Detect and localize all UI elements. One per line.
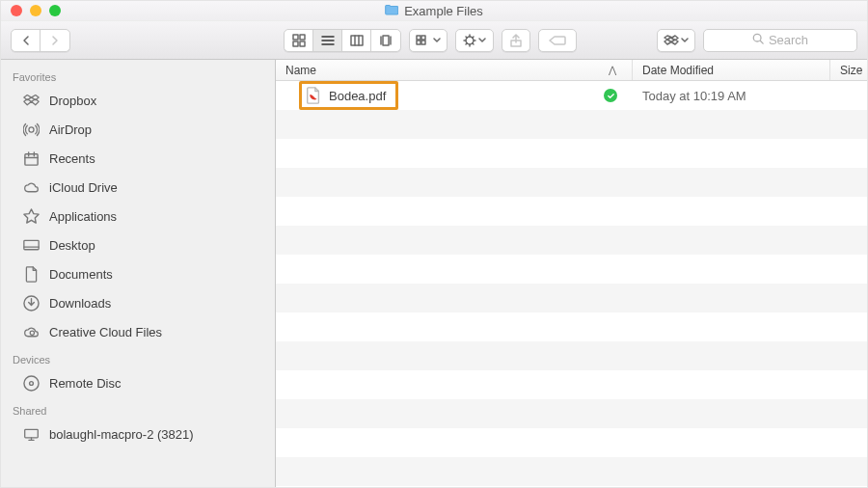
search-icon (752, 33, 764, 47)
creative-cloud-icon (22, 324, 40, 340)
column-header-size-label: Size (840, 64, 862, 77)
pdf-file-icon (306, 87, 321, 104)
svg-rect-20 (24, 429, 38, 438)
cloud-icon (22, 179, 40, 196)
empty-row (276, 110, 867, 139)
sidebar-item-label: Desktop (49, 238, 95, 253)
file-size (830, 81, 867, 110)
sidebar-section-shared: Shared (1, 397, 275, 420)
folder-icon (385, 4, 398, 18)
action-button[interactable] (455, 29, 494, 52)
sidebar-item-label: Recents (49, 151, 95, 166)
sidebar-item-icloud[interactable]: iCloud Drive (1, 173, 275, 202)
view-list-button[interactable] (313, 30, 342, 51)
sidebar-item-label: Documents (49, 267, 113, 282)
empty-row (276, 399, 867, 428)
empty-row (276, 341, 867, 370)
sidebar-item-label: AirDrop (49, 122, 92, 137)
svg-point-19 (29, 381, 33, 385)
svg-rect-7 (421, 36, 425, 40)
svg-rect-4 (351, 36, 363, 45)
sidebar-section-devices: Devices (1, 346, 275, 368)
sidebar-item-label: bolaughl-macpro-2 (3821) (49, 427, 194, 442)
column-header-name[interactable]: Name ⋀ (276, 60, 633, 80)
sidebar-section-favorites: Favorites (1, 64, 275, 86)
sidebar-item-remote-disc[interactable]: Remote Disc (1, 368, 275, 397)
empty-row (276, 197, 867, 226)
column-headers: Name ⋀ Date Modified Size (276, 60, 867, 81)
svg-rect-5 (383, 36, 389, 45)
sidebar-item-recents[interactable]: Recents (1, 144, 275, 173)
desktop-icon (22, 237, 40, 254)
sidebar-item-documents[interactable]: Documents (1, 259, 275, 288)
file-row[interactable]: Bodea.pdf Today at 10:19 AM (276, 81, 867, 110)
empty-row (276, 168, 867, 197)
documents-icon (22, 266, 40, 283)
computer-icon (22, 426, 40, 443)
main-split: Favorites Dropbox AirDrop Recents iCloud… (1, 60, 867, 487)
titlebar: Example Files (1, 1, 867, 21)
tutorial-highlight: Bodea.pdf (299, 81, 398, 110)
empty-row (276, 457, 867, 486)
file-pane: Name ⋀ Date Modified Size Bodea.pdf (276, 60, 867, 487)
sidebar-item-downloads[interactable]: Downloads (1, 288, 275, 317)
tags-button[interactable] (538, 29, 577, 52)
search-placeholder: Search (769, 33, 808, 47)
empty-row (276, 255, 867, 284)
svg-rect-3 (300, 41, 305, 46)
nav-buttons (11, 29, 70, 52)
forward-button[interactable] (41, 30, 69, 51)
empty-row (276, 284, 867, 312)
arrange-button[interactable] (409, 29, 448, 52)
view-icon-button[interactable] (285, 30, 313, 51)
sidebar-item-applications[interactable]: Applications (1, 202, 275, 230)
sidebar-item-label: Applications (49, 209, 117, 224)
sidebar-item-label: Creative Cloud Files (49, 325, 162, 339)
svg-point-13 (28, 126, 33, 131)
applications-icon (22, 208, 40, 225)
svg-point-17 (30, 331, 34, 335)
empty-row (276, 226, 867, 255)
sidebar-item-airdrop[interactable]: AirDrop (1, 115, 275, 144)
column-header-date-label: Date Modified (642, 64, 714, 77)
svg-rect-2 (293, 41, 298, 46)
svg-rect-8 (417, 41, 420, 44)
sidebar-item-dropbox[interactable]: Dropbox (1, 86, 275, 115)
window-title-text: Example Files (404, 4, 483, 18)
column-header-name-label: Name (285, 64, 316, 77)
sidebar-item-shared-computer[interactable]: bolaughl-macpro-2 (3821) (1, 420, 275, 448)
view-gallery-button[interactable] (371, 30, 400, 51)
column-header-date[interactable]: Date Modified (633, 60, 830, 80)
file-rows: Bodea.pdf Today at 10:19 AM (276, 81, 867, 487)
empty-row (276, 312, 867, 341)
sidebar-item-label: Dropbox (49, 94, 96, 108)
svg-rect-15 (23, 240, 38, 249)
sidebar-item-label: Remote Disc (49, 376, 121, 391)
column-header-size[interactable]: Size (830, 60, 867, 80)
back-button[interactable] (12, 30, 41, 51)
sidebar-item-label: iCloud Drive (49, 180, 118, 195)
downloads-icon (22, 295, 40, 312)
search-field[interactable]: Search (703, 29, 857, 52)
empty-row (276, 139, 867, 168)
svg-rect-1 (300, 35, 305, 40)
sidebar-item-creative-cloud[interactable]: Creative Cloud Files (1, 317, 275, 346)
airdrop-icon (22, 122, 40, 138)
view-mode-segment (284, 29, 401, 52)
close-window-button[interactable] (11, 5, 22, 16)
zoom-window-button[interactable] (49, 5, 61, 16)
share-button[interactable] (502, 29, 530, 52)
toolbar: Search (1, 21, 867, 60)
svg-rect-9 (421, 41, 425, 44)
sidebar-item-label: Downloads (49, 296, 111, 311)
sidebar: Favorites Dropbox AirDrop Recents iCloud… (1, 60, 276, 487)
minimize-window-button[interactable] (30, 5, 41, 16)
dropbox-icon (22, 93, 40, 109)
svg-rect-6 (417, 36, 420, 40)
svg-rect-14 (24, 153, 37, 164)
sidebar-item-desktop[interactable]: Desktop (1, 230, 275, 259)
empty-row (276, 370, 867, 399)
dropbox-toolbar-button[interactable] (657, 29, 695, 52)
view-column-button[interactable] (342, 30, 371, 51)
window-title: Example Files (1, 4, 867, 18)
